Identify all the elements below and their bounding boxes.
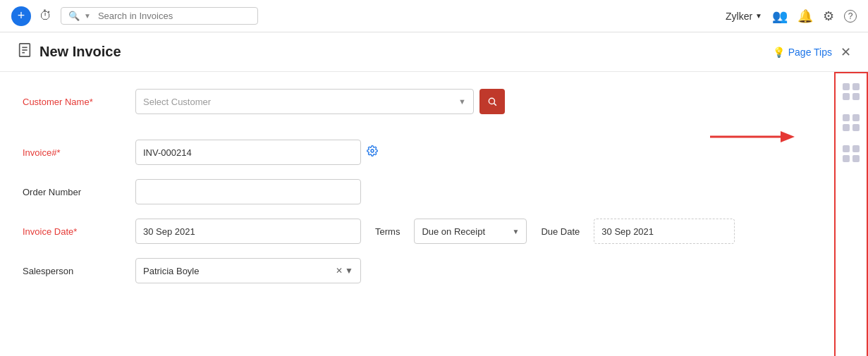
dot-12 [852, 155, 860, 162]
terms-label: Terms [375, 226, 400, 237]
order-number-input[interactable] [135, 179, 361, 204]
history-icon: ⏱ [39, 8, 52, 23]
customer-label: Customer Name* [23, 97, 135, 107]
order-number-row: Order Number [23, 179, 812, 204]
close-button[interactable]: ✕ [841, 44, 851, 60]
dot-1 [843, 83, 850, 90]
customer-select[interactable]: Select Customer ▼ [135, 89, 474, 114]
customer-name-row: Customer Name* Select Customer ▼ [23, 89, 812, 114]
dot-4 [852, 93, 860, 100]
close-icon: ✕ [841, 45, 851, 59]
dot-2 [852, 83, 860, 90]
page-tips-button[interactable]: 💡 Page Tips [773, 47, 832, 58]
invoice-date-controls: Terms Due on Receipt ▼ Due Date [135, 219, 812, 244]
add-button[interactable]: + [11, 6, 31, 26]
help-button[interactable]: ? [844, 10, 857, 23]
search-input[interactable] [98, 11, 250, 21]
search-bar: 🔍 ▼ [61, 7, 258, 25]
user-chevron-icon: ▼ [755, 12, 762, 20]
settings-button[interactable]: ⚙ [823, 8, 834, 24]
search-icon: 🔍 [68, 11, 80, 21]
panel-dots-middle[interactable] [840, 111, 862, 134]
page-header: New Invoice 💡 Page Tips ✕ [0, 32, 868, 72]
notifications-button[interactable]: 🔔 [797, 8, 813, 24]
right-panel [834, 72, 868, 356]
users-button[interactable]: 👥 [772, 8, 788, 24]
terms-value: Due on Receipt [422, 226, 485, 237]
page-tips-label: Page Tips [788, 47, 832, 58]
invoice-number-input[interactable] [135, 140, 361, 165]
salesperson-row: Salesperson Patricia Boyle ✕ ▼ [23, 258, 812, 283]
invoice-date-input[interactable] [135, 219, 361, 244]
invoice-number-row: Invoice#* [23, 140, 812, 165]
users-icon: 👥 [772, 8, 788, 24]
page-title: New Invoice [39, 44, 121, 60]
order-controls [135, 179, 812, 204]
user-name: Zylker [726, 11, 752, 22]
invoice-date-row: Invoice Date* Terms Due on Receipt ▼ Due… [23, 219, 812, 244]
customer-controls: Select Customer ▼ [135, 89, 812, 114]
salesperson-value: Patricia Boyle [143, 266, 199, 276]
invoice-date-label: Invoice Date* [23, 226, 135, 237]
dot-10 [852, 145, 860, 152]
svg-point-8 [371, 149, 374, 152]
arrow-annotation [710, 128, 795, 145]
main-content: Customer Name* Select Customer ▼ Invoice… [0, 72, 868, 356]
form-area: Customer Name* Select Customer ▼ Invoice… [0, 72, 834, 356]
dot-5 [843, 114, 850, 121]
page-title-area: New Invoice [17, 42, 121, 61]
customer-search-button[interactable] [479, 89, 505, 114]
lightbulb-icon: 💡 [773, 47, 785, 58]
history-button[interactable]: ⏱ [39, 8, 52, 23]
svg-marker-5 [781, 131, 795, 142]
terms-chevron-icon: ▼ [512, 228, 519, 235]
salesperson-label: Salesperson [23, 266, 135, 276]
customer-placeholder: Select Customer [143, 97, 211, 107]
due-date-label: Due Date [541, 226, 580, 237]
user-menu[interactable]: Zylker ▼ [726, 11, 762, 22]
header-right: 💡 Page Tips ✕ [773, 44, 851, 60]
dot-6 [852, 114, 860, 121]
panel-dots-bottom[interactable] [840, 142, 862, 165]
dot-9 [843, 145, 850, 152]
due-date-input[interactable] [594, 219, 735, 244]
customer-chevron-icon: ▼ [458, 97, 466, 106]
nav-right: Zylker ▼ 👥 🔔 ⚙ ? [726, 8, 857, 24]
dot-7 [843, 124, 850, 131]
dot-11 [843, 155, 850, 162]
gear-icon: ⚙ [823, 8, 834, 24]
order-label: Order Number [23, 187, 135, 197]
search-dropdown-icon[interactable]: ▼ [84, 12, 91, 20]
bell-icon: 🔔 [797, 8, 813, 24]
invoice-label: Invoice#* [23, 147, 135, 158]
invoice-settings-button[interactable] [367, 145, 378, 159]
dot-3 [843, 93, 850, 100]
terms-select[interactable]: Due on Receipt ▼ [414, 219, 527, 244]
top-nav: + ⏱ 🔍 ▼ Zylker ▼ 👥 🔔 ⚙ ? [0, 0, 868, 32]
invoice-icon [17, 42, 32, 61]
salesperson-controls: Patricia Boyle ✕ ▼ [135, 258, 812, 283]
help-icon: ? [844, 10, 857, 23]
svg-line-7 [494, 104, 496, 106]
dot-8 [852, 124, 860, 131]
salesperson-select[interactable]: Patricia Boyle ✕ ▼ [135, 258, 361, 283]
panel-dots-top[interactable] [840, 80, 862, 103]
salesperson-clear-icon[interactable]: ✕ ▼ [336, 266, 353, 276]
svg-point-6 [489, 98, 494, 104]
